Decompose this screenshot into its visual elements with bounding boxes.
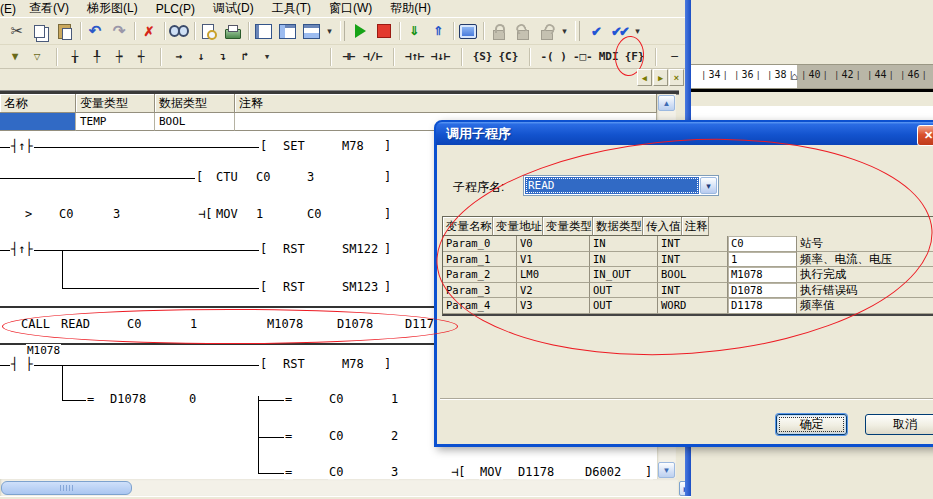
ladder-token[interactable]: = [284, 465, 293, 479]
param-vartype-cell[interactable]: IN_OUT [590, 267, 658, 283]
parameter-column-header[interactable]: 数据类型 [593, 217, 643, 236]
ladder-token[interactable]: CTU [215, 170, 239, 184]
param-vartype-cell[interactable]: IN [590, 252, 658, 268]
param-vartype-cell[interactable]: IN [590, 236, 658, 252]
param-name-cell[interactable]: Param_2 [443, 267, 517, 283]
ladder-token[interactable]: SET [282, 139, 306, 153]
param-address-cell[interactable]: V3 [517, 298, 590, 314]
parameter-column-header[interactable]: 变量地址 [493, 217, 543, 236]
ladder-token[interactable]: ] [383, 207, 392, 221]
param-name-cell[interactable]: Param_4 [443, 298, 517, 314]
ladder-token[interactable]: RST [282, 242, 306, 256]
ladder-token[interactable]: 3 [306, 170, 315, 184]
ladder-token[interactable]: M1078 [266, 317, 304, 331]
ladder-token[interactable]: MOV [479, 465, 503, 479]
ladder-token[interactable]: [ [259, 139, 268, 153]
parameter-column-header[interactable]: 变量名称 [443, 217, 493, 236]
param-comment-cell[interactable]: 执行完成 [797, 267, 933, 283]
ladder-token[interactable]: [ [259, 280, 268, 294]
ladder-token[interactable]: ] [383, 242, 392, 256]
parameter-column-header[interactable]: 变量类型 [543, 217, 593, 236]
ladder-token[interactable]: = [284, 392, 293, 406]
param-value-input[interactable]: C0 [728, 236, 797, 252]
param-datatype-cell[interactable]: WORD [658, 298, 728, 314]
ladder-token[interactable]: SM122 [341, 242, 379, 256]
ladder-token[interactable]: C0 [58, 207, 74, 221]
param-datatype-cell[interactable]: INT [658, 283, 728, 299]
ladder-token[interactable]: C0 [306, 207, 322, 221]
column-ruler[interactable]: ⌂ 3436384042444648 [691, 64, 933, 89]
ladder-token[interactable]: = [284, 429, 293, 443]
ladder-token[interactable]: 2 [390, 429, 399, 443]
ladder-token[interactable]: CALL [20, 317, 51, 331]
ladder-token[interactable]: SM123 [341, 280, 379, 294]
param-name-cell[interactable]: Param_1 [443, 252, 517, 268]
combo-dropdown-icon[interactable]: ▾ [700, 177, 717, 194]
ladder-token[interactable]: C0 [255, 170, 271, 184]
cancel-button[interactable]: 取消 [865, 414, 933, 435]
ladder-token[interactable]: 3 [390, 465, 399, 479]
ladder-token[interactable]: ┤↑├ [10, 242, 34, 256]
param-address-cell[interactable]: V1 [517, 252, 590, 268]
ladder-token[interactable]: ┤↑├ [10, 139, 34, 153]
param-vartype-cell[interactable]: OUT [590, 298, 658, 314]
param-value-input[interactable]: D1078 [728, 283, 797, 299]
param-comment-cell[interactable]: 执行错误码 [797, 283, 933, 299]
ladder-token[interactable]: 0 [188, 392, 197, 406]
ladder-token[interactable]: ⊣[ [450, 465, 466, 479]
dialog-close-icon[interactable]: ✕ [917, 125, 933, 146]
ladder-token[interactable]: ] [383, 357, 392, 371]
param-address-cell[interactable]: V0 [517, 236, 590, 252]
ladder-token[interactable]: D6002 [584, 465, 622, 479]
ladder-token[interactable]: D1178 [517, 465, 555, 479]
ladder-token[interactable]: ] [383, 139, 392, 153]
ladder-token[interactable]: ┤ ├ [10, 357, 34, 371]
subroutine-name-select[interactable]: READ ▾ [523, 175, 719, 196]
ladder-token[interactable]: C0 [328, 429, 344, 443]
param-name-cell[interactable]: Param_0 [443, 236, 517, 252]
ladder-token[interactable]: C0 [328, 465, 344, 479]
ladder-token[interactable]: 1 [189, 317, 198, 331]
ladder-token[interactable]: READ [60, 317, 91, 331]
param-value-input[interactable]: M1078 [728, 267, 797, 283]
ladder-token[interactable]: ] [383, 280, 392, 294]
param-datatype-cell[interactable]: BOOL [658, 267, 728, 283]
ladder-token[interactable]: [ [259, 357, 268, 371]
param-value-input[interactable]: 1 [728, 252, 797, 268]
ladder-token[interactable]: > [24, 207, 33, 221]
ladder-token[interactable]: RST [282, 280, 306, 294]
ladder-token[interactable]: C0 [126, 317, 142, 331]
parameter-column-header[interactable]: 注释 [682, 217, 709, 236]
subroutine-name-value[interactable]: READ [525, 177, 699, 194]
ladder-token[interactable]: [ [259, 242, 268, 256]
dialog-titlebar[interactable]: 调用子程序 [436, 122, 933, 145]
ladder-token[interactable]: [ [195, 170, 204, 184]
ladder-token[interactable]: M78 [341, 357, 365, 371]
ladder-token[interactable]: M78 [341, 139, 365, 153]
param-name-cell[interactable]: Param_3 [443, 283, 517, 299]
param-vartype-cell[interactable]: OUT [590, 283, 658, 299]
param-value-input[interactable]: D1178 [728, 298, 797, 314]
param-comment-cell[interactable]: 站号 [797, 236, 933, 252]
ladder-token[interactable]: M1078 [26, 344, 61, 357]
param-comment-cell[interactable]: 频率值 [797, 298, 933, 314]
ladder-token[interactable]: ] [644, 465, 653, 479]
ladder-token[interactable]: 3 [112, 207, 121, 221]
param-datatype-cell[interactable]: INT [658, 252, 728, 268]
ladder-token[interactable]: 1 [255, 207, 264, 221]
ladder-token[interactable]: D1078 [109, 392, 147, 406]
ladder-token[interactable]: 1 [390, 392, 399, 406]
param-datatype-cell[interactable]: INT [658, 236, 728, 252]
ok-button[interactable]: 确定 [776, 414, 847, 435]
parameter-column-header[interactable]: 传入值 [643, 217, 682, 236]
ladder-token[interactable]: ⊣[ [197, 207, 213, 221]
ladder-token[interactable]: = [86, 392, 95, 406]
ladder-token[interactable]: C0 [328, 392, 344, 406]
param-address-cell[interactable]: LM0 [517, 267, 590, 283]
param-address-cell[interactable]: V2 [517, 283, 590, 299]
param-comment-cell[interactable]: 频率、电流、电压 [797, 252, 933, 268]
ladder-token[interactable]: RST [282, 357, 306, 371]
ladder-token[interactable]: D1078 [336, 317, 374, 331]
ladder-token[interactable]: ] [383, 170, 392, 184]
ladder-token[interactable]: MOV [215, 207, 239, 221]
